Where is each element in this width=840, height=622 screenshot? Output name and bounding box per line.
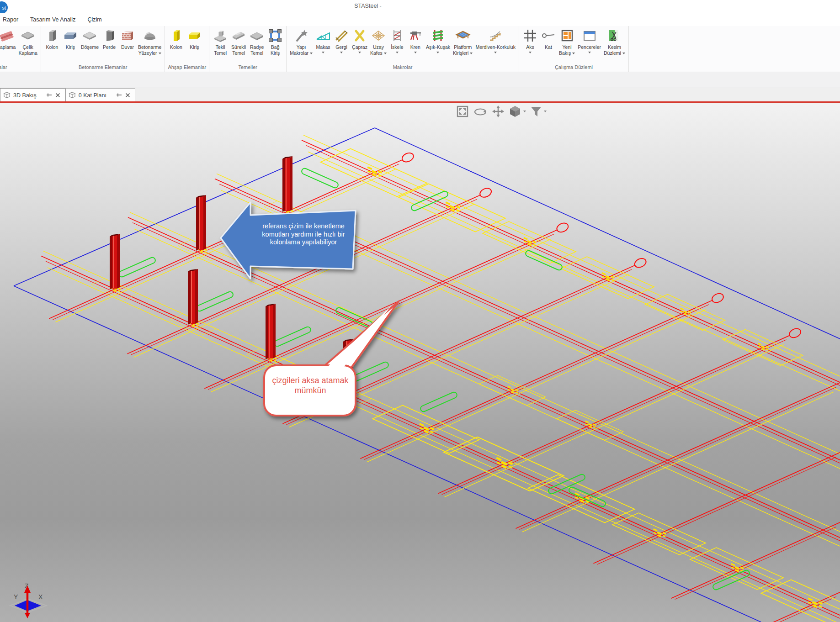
label-line: Perde	[103, 44, 116, 50]
ribbon-group-ahsap-elemanlar: KolonKirişAhşap Elemanlar	[165, 26, 209, 72]
label-line: Çelik	[23, 44, 33, 50]
zoom-extents-button[interactable]	[456, 105, 469, 118]
label-line: Aşık-Kuşak	[426, 44, 450, 50]
ribbon-button-label: Kren	[410, 44, 420, 54]
ribbon-button-duvar[interactable]: Duvar	[118, 27, 137, 51]
ribbon-button-label: Kolon	[46, 44, 58, 50]
ribbon-button-pencereler[interactable]: Pencereler	[576, 27, 602, 54]
ribbon-button-kaplama[interactable]: Kaplama	[0, 27, 17, 51]
label-line: Döşeme	[81, 44, 99, 50]
ribbon-button-kat[interactable]: Kat	[539, 27, 558, 51]
pan-button[interactable]	[492, 105, 505, 118]
menu-item-tasarim-ve-analiz[interactable]: Tasarım Ve Analiz	[24, 16, 81, 23]
tab-label: 0 Kat Planı	[79, 92, 106, 99]
label-line: Kolon	[46, 44, 58, 50]
ribbon-button-surekli-temel[interactable]: SürekliTemel	[229, 27, 248, 56]
ribbon-button-uzay-kafes[interactable]: UzayKafes	[369, 27, 388, 56]
ribbon-button-label: Döşeme	[81, 44, 99, 50]
ribbon-button-radye-temel[interactable]: RadyeTemel	[248, 27, 266, 56]
label-line: Merdiven-Korkuluk	[475, 44, 516, 50]
tab-3d-bakis[interactable]: 3D Bakış	[0, 88, 65, 102]
ribbon-button-bag-kiris[interactable]: BağKiriş	[266, 27, 284, 56]
ribbon-button-doseme[interactable]: Döşeme	[80, 27, 100, 51]
ribbon-group-label: Kaplamalar	[0, 63, 39, 72]
titlebar: STASteel -	[0, 0, 840, 13]
ribbon-button-label: Merdiven-Korkuluk	[475, 44, 516, 54]
ribbon-button-label: UzayKafes	[370, 44, 387, 56]
label-line: Radye	[250, 44, 264, 50]
kren-icon	[408, 28, 423, 43]
ribbon-button-kolon[interactable]: Kolon	[43, 27, 61, 51]
ribbon-button-perde[interactable]: Perde	[100, 27, 118, 51]
perde-icon	[101, 28, 117, 43]
dropdown-caret-icon	[494, 52, 497, 53]
pin-icon[interactable]	[116, 93, 122, 98]
capraz-icon	[352, 28, 367, 43]
ribbon-button-i-skele[interactable]: İskele	[388, 27, 406, 54]
label-line: Düzlemi	[604, 50, 621, 56]
view-cube-icon	[69, 92, 76, 99]
ribbon-button-kolon[interactable]: Kolon	[167, 27, 185, 51]
steel-column	[266, 304, 276, 359]
dropdown-caret-icon	[572, 53, 575, 54]
label-line: Betonarme	[138, 44, 161, 50]
ribbon-button-betonarme-yuzeyler[interactable]: BetonarmeYüzeyler	[137, 27, 163, 56]
ribbon-button-platform-kirisleri[interactable]: PlatformKirişleri	[452, 27, 474, 56]
ribbon-button-aks[interactable]: Aks	[521, 27, 539, 54]
label-line: Yüzeyler	[138, 50, 157, 56]
ribbon-button-yapi-makrolar[interactable]: YapıMakrolar	[288, 27, 314, 56]
ribbon-group-kaplamalar: KaplamaÇelikKaplamaKaplamalar	[0, 26, 41, 72]
label-line: Makrolar	[290, 50, 308, 56]
bag-kiris-icon	[267, 28, 283, 43]
ribbon-button-label: İskele	[391, 44, 403, 54]
yeni-bakis-icon	[559, 28, 575, 43]
3d-viewport[interactable]: referans çizim ile kenetleme komutları y…	[0, 103, 840, 622]
label-line: Yapı	[297, 44, 306, 50]
asik-kusak-icon	[430, 28, 446, 43]
ribbon-button-kiris[interactable]: Kiriş	[61, 27, 80, 51]
ribbon-button-celik-kaplama[interactable]: ÇelikKaplama	[17, 27, 38, 56]
label-line: Duvar	[121, 44, 134, 50]
ribbon-button-label: Kiriş	[190, 44, 199, 50]
ribbon-button-asik-kusak[interactable]: Aşık-Kuşak	[425, 27, 452, 54]
z-axis-label: Z	[25, 582, 29, 590]
close-icon[interactable]	[55, 93, 61, 98]
menu-item-cizim[interactable]: Çizim	[81, 16, 107, 23]
ribbon-button-label: YapıMakrolar	[290, 44, 313, 56]
dropdown-caret-icon	[470, 53, 473, 54]
beton-kiris-icon	[63, 28, 78, 43]
ribbon-button-kren[interactable]: Kren	[406, 27, 425, 54]
ribbon-button-kesim-duzlemi[interactable]: KesimDüzlemi	[602, 27, 627, 56]
pin-icon[interactable]	[46, 93, 52, 98]
tab-0-kat-plani[interactable]: 0 Kat Planı	[65, 88, 135, 102]
window-title: STASteel -	[0, 3, 736, 9]
kesim-duzlemi-icon	[606, 28, 622, 43]
ribbon-button-yeni-bakis[interactable]: YeniBakış	[558, 27, 576, 56]
filter-button[interactable]	[530, 105, 547, 118]
ribbon-button-merdiven-korkuluk[interactable]: Merdiven-Korkuluk	[474, 27, 517, 54]
3d-scene-canvas[interactable]	[0, 103, 840, 622]
ribbon-button-tekil-temel[interactable]: TekilTemel	[211, 27, 229, 56]
close-icon[interactable]	[125, 93, 131, 98]
view-cube-button[interactable]	[509, 105, 526, 118]
orbit-button[interactable]	[473, 105, 488, 118]
menu-item-rapor[interactable]: Rapor	[0, 16, 24, 23]
merdiven-korkuluk-icon	[488, 28, 503, 43]
label-line: Uzay	[373, 44, 384, 50]
ribbon-button-gergi[interactable]: Gergi	[332, 27, 351, 54]
ribbon-button-capraz[interactable]: Çapraz	[351, 27, 369, 54]
y-axis-label: Y	[14, 593, 18, 601]
kaplama-icon	[0, 28, 14, 43]
ribbon-button-label: KesimDüzlemi	[604, 44, 625, 56]
label-line: Pencereler	[578, 44, 601, 50]
ribbon-button-label: Aks	[526, 44, 534, 54]
ribbon-button-kiris[interactable]: Kiriş	[185, 27, 203, 51]
ribbon-button-label: Kolon	[170, 44, 182, 50]
label-line: Kafes	[370, 50, 383, 56]
beton-kolon-icon	[44, 28, 60, 43]
ribbon-button-label: BağKiriş	[271, 44, 280, 56]
ribbon-button-makas[interactable]: Makas	[314, 27, 332, 54]
gergi-icon	[334, 28, 349, 43]
ribbon-button-label: Gergi	[335, 44, 347, 54]
steel-column	[188, 269, 198, 325]
